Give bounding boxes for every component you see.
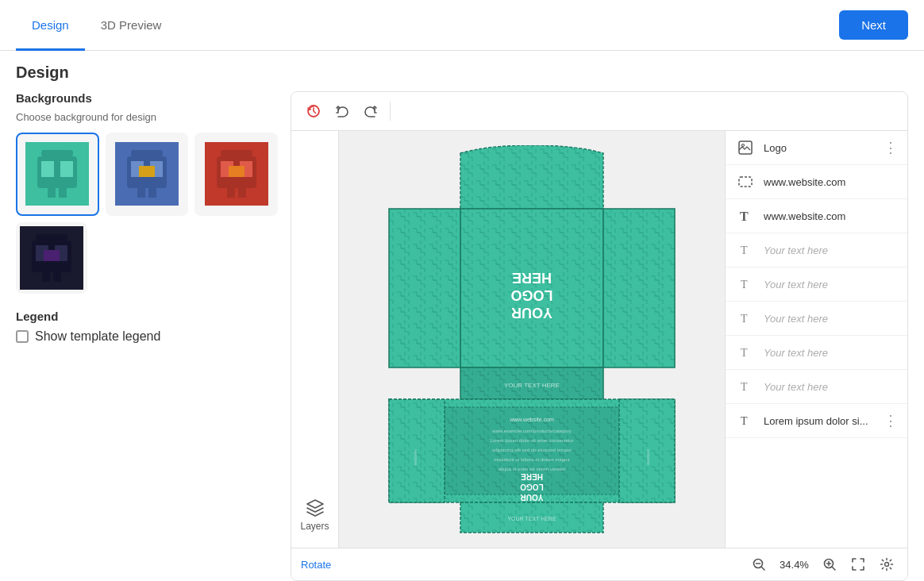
layer-item-website-dashed[interactable]: www.website.com — [726, 165, 907, 199]
text-icon-5: T — [735, 376, 756, 397]
layer-item-text-5[interactable]: T Your text here — [726, 370, 907, 404]
legend-title: Legend — [16, 310, 278, 323]
svg-text:YOUR: YOUR — [520, 493, 544, 502]
layer-item-text-2[interactable]: T Your text here — [726, 267, 907, 302]
undo-button[interactable] — [329, 98, 355, 124]
layer-item-lorem[interactable]: T Lorem ipsum dolor si... ⋮ — [726, 404, 907, 438]
zoom-in-button[interactable] — [818, 553, 841, 575]
svg-text:Lorem ipsum dolor sit amet con: Lorem ipsum dolor sit amet consectetur — [490, 438, 573, 443]
main-area: Backgrounds Choose background for design — [16, 91, 908, 581]
text-icon-3: T — [735, 308, 756, 329]
page: Design Backgrounds Choose background for… — [0, 51, 924, 581]
background-grid — [16, 133, 278, 216]
text-3-label: Your text here — [764, 313, 898, 325]
canvas-area: Layers — [291, 91, 908, 581]
svg-text:website: website — [413, 448, 418, 466]
layer-item-website-text[interactable]: T www.website.com — [726, 199, 907, 233]
svg-rect-5 — [48, 188, 56, 198]
history-button[interactable] — [301, 98, 326, 124]
svg-rect-24 — [36, 234, 67, 240]
legend-checkbox-label: Show template legend — [35, 329, 160, 344]
next-button[interactable]: Next — [839, 10, 908, 40]
background-item-1[interactable] — [16, 133, 99, 216]
logo-more-button[interactable]: ⋮ — [884, 140, 898, 155]
text-1-label: Your text here — [764, 244, 898, 256]
page-title: Design — [16, 51, 908, 91]
lorem-more-button[interactable]: ⋮ — [884, 414, 898, 428]
fit-screen-button[interactable] — [847, 553, 869, 575]
svg-text:HERE: HERE — [512, 270, 552, 286]
background-item-2[interactable] — [106, 133, 189, 216]
backgrounds-title: Backgrounds — [16, 91, 278, 105]
svg-rect-14 — [148, 188, 156, 198]
layers-button[interactable]: Layers — [294, 492, 335, 538]
svg-text:YOUR: YOUR — [511, 305, 552, 321]
legend-row[interactable]: Show template legend — [16, 329, 278, 344]
dashed-rect-icon — [735, 171, 756, 192]
background-item-3[interactable] — [194, 133, 278, 216]
svg-rect-28 — [44, 250, 60, 261]
svg-text:LOGO: LOGO — [520, 483, 544, 491]
backgrounds-subtitle: Choose background for design — [16, 111, 278, 123]
text-2-label: Your text here — [764, 279, 898, 290]
svg-rect-16 — [221, 150, 252, 156]
tab-bar: Design 3D Preview — [16, 0, 177, 50]
settings-button[interactable] — [876, 553, 898, 575]
tab-design[interactable]: Design — [16, 1, 85, 51]
svg-text:HERE: HERE — [521, 472, 543, 481]
svg-point-60 — [742, 144, 745, 147]
svg-text:YOUR TEXT HERE: YOUR TEXT HERE — [504, 382, 560, 389]
svg-rect-38 — [389, 209, 460, 367]
right-panel: Logo ⋮ www.website.com — [725, 131, 907, 548]
svg-rect-12 — [139, 166, 155, 177]
zoom-out-button[interactable] — [748, 553, 770, 575]
svg-text:T: T — [741, 313, 748, 325]
svg-rect-21 — [227, 188, 235, 198]
svg-text:incididunt ut labore et dolore: incididunt ut labore et dolore magna — [494, 457, 570, 462]
left-panel: Backgrounds Choose background for design — [16, 91, 278, 581]
canvas-bottom: Rotate 34.4% — [291, 548, 907, 580]
svg-rect-39 — [603, 209, 675, 367]
show-legend-checkbox[interactable] — [16, 330, 29, 343]
svg-text:www.website.com: www.website.com — [509, 417, 554, 422]
text-4-label: Your text here — [764, 347, 898, 359]
logo-layer-label: Logo — [764, 142, 876, 154]
svg-text:T: T — [741, 415, 748, 427]
text-icon-1: T — [735, 240, 756, 260]
tab-3d-preview[interactable]: 3D Preview — [85, 1, 178, 51]
box-design-svg: YOUR LOGO HERE YOUR TEXT HERE — [365, 145, 699, 534]
layer-item-text-4[interactable]: T Your text here — [726, 336, 907, 370]
svg-text:LOGO: LOGO — [511, 287, 553, 303]
svg-rect-30 — [53, 272, 61, 282]
svg-text:adipiscing elit sed do eiusmod: adipiscing elit sed do eiusmod tempor — [492, 448, 572, 452]
svg-rect-3 — [41, 161, 54, 177]
canvas-content[interactable]: YOUR LOGO HERE YOUR TEXT HERE — [339, 131, 725, 548]
svg-rect-6 — [59, 188, 67, 198]
svg-rect-1 — [41, 150, 73, 156]
rotate-button[interactable]: Rotate — [301, 559, 331, 571]
svg-text:YOUR TEXT HERE: YOUR TEXT HERE — [507, 516, 556, 521]
background-extra-row — [16, 222, 278, 294]
svg-text:T: T — [741, 347, 748, 359]
legend-section: Legend Show template legend — [16, 310, 278, 344]
svg-text:website: website — [646, 448, 651, 465]
svg-point-71 — [885, 563, 889, 567]
svg-rect-20 — [229, 166, 244, 177]
svg-text:www.example.com/products/categ: www.example.com/products/category — [491, 429, 571, 433]
svg-text:T: T — [741, 381, 748, 393]
website-dashed-label: www.website.com — [764, 176, 898, 188]
layer-item-text-1[interactable]: T Your text here — [726, 233, 907, 267]
text-icon-4: T — [735, 342, 756, 363]
redo-button[interactable] — [358, 98, 383, 124]
svg-text:aliqua ut enim ad minim veniam: aliqua ut enim ad minim veniam — [499, 467, 565, 471]
svg-text:T: T — [740, 210, 749, 223]
lorem-label: Lorem ipsum dolor si... — [764, 415, 876, 427]
header: Design 3D Preview Next — [0, 0, 924, 51]
canvas-left-tools: Layers — [291, 131, 339, 548]
svg-rect-4 — [60, 161, 73, 177]
svg-rect-13 — [137, 188, 145, 198]
layer-item-text-3[interactable]: T Your text here — [726, 302, 907, 336]
layer-item-logo[interactable]: Logo ⋮ — [726, 131, 907, 165]
background-item-4[interactable] — [16, 222, 87, 294]
svg-text:T: T — [741, 244, 748, 256]
